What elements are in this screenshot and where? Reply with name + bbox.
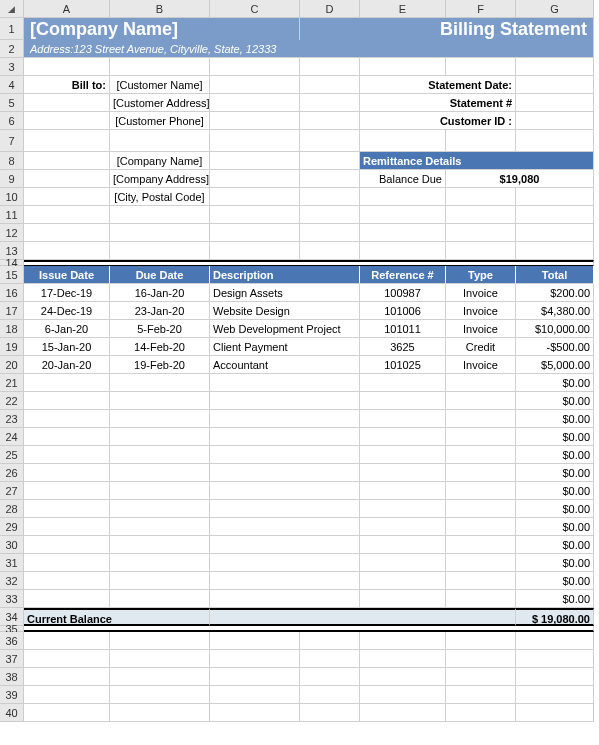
table-row[interactable]: 6-Jan-20 — [24, 320, 110, 338]
balance-due-value[interactable]: $19,080 — [446, 170, 594, 188]
table-row[interactable]: 3625 — [360, 338, 446, 356]
cell[interactable] — [300, 632, 360, 650]
row-header-18[interactable]: 18 — [0, 320, 24, 338]
table-row[interactable]: $4,380.00 — [516, 302, 594, 320]
row-header-26[interactable]: 26 — [0, 464, 24, 482]
table-row[interactable] — [24, 482, 110, 500]
cell[interactable] — [300, 188, 360, 206]
cell[interactable] — [300, 130, 360, 152]
row-header-27[interactable]: 27 — [0, 482, 24, 500]
statement-date-label[interactable]: Statement Date: — [360, 76, 516, 94]
cell[interactable] — [360, 206, 446, 224]
company-name[interactable]: [Company Name] — [24, 18, 300, 40]
cell[interactable] — [24, 242, 110, 260]
row-header-17[interactable]: 17 — [0, 302, 24, 320]
cell[interactable] — [300, 224, 360, 242]
cell[interactable] — [110, 130, 210, 152]
cell[interactable] — [110, 668, 210, 686]
table-row[interactable] — [210, 374, 360, 392]
table-row[interactable] — [24, 446, 110, 464]
table-row[interactable]: $200.00 — [516, 284, 594, 302]
table-row[interactable]: $0.00 — [516, 500, 594, 518]
table-row[interactable]: 5-Feb-20 — [110, 320, 210, 338]
row-header-8[interactable]: 8 — [0, 152, 24, 170]
cell[interactable] — [360, 58, 446, 76]
cell[interactable] — [446, 686, 516, 704]
table-row[interactable] — [210, 446, 360, 464]
cell[interactable] — [300, 206, 360, 224]
cell[interactable] — [210, 668, 300, 686]
table-row[interactable] — [446, 464, 516, 482]
cell[interactable] — [24, 112, 110, 130]
cell[interactable] — [446, 130, 516, 152]
table-row[interactable]: 101006 — [360, 302, 446, 320]
table-row[interactable] — [110, 590, 210, 608]
cell[interactable] — [300, 650, 360, 668]
cell[interactable] — [210, 58, 300, 76]
company-address[interactable]: Address: 123 Street Avenue, Cityville, S… — [24, 40, 594, 58]
table-row[interactable]: 15-Jan-20 — [24, 338, 110, 356]
table-row[interactable]: 19-Feb-20 — [110, 356, 210, 374]
doc-title[interactable]: Billing Statement — [300, 18, 594, 40]
row-header-11[interactable]: 11 — [0, 206, 24, 224]
table-row[interactable] — [24, 464, 110, 482]
statement-date-value[interactable] — [516, 76, 594, 94]
table-row[interactable] — [210, 590, 360, 608]
table-row[interactable] — [110, 428, 210, 446]
table-row[interactable]: Website Design — [210, 302, 360, 320]
table-row[interactable]: $0.00 — [516, 374, 594, 392]
table-row[interactable] — [360, 374, 446, 392]
from-company-address[interactable]: [Company Address] — [110, 170, 210, 188]
table-row[interactable] — [110, 392, 210, 410]
cell[interactable] — [446, 242, 516, 260]
table-row[interactable] — [110, 536, 210, 554]
table-row[interactable] — [24, 572, 110, 590]
cell[interactable] — [446, 650, 516, 668]
col-total[interactable]: Total — [516, 266, 594, 284]
cell[interactable] — [210, 206, 300, 224]
cell[interactable] — [300, 94, 360, 112]
cell[interactable] — [516, 188, 594, 206]
table-row[interactable] — [24, 428, 110, 446]
table-row[interactable]: Client Payment — [210, 338, 360, 356]
cell[interactable] — [210, 608, 516, 626]
cell[interactable] — [24, 170, 110, 188]
cell[interactable] — [210, 188, 300, 206]
cell[interactable] — [516, 704, 594, 722]
cell[interactable] — [24, 130, 110, 152]
cell[interactable] — [210, 94, 300, 112]
table-row[interactable] — [446, 518, 516, 536]
cell[interactable] — [210, 152, 300, 170]
cell[interactable] — [24, 94, 110, 112]
cell[interactable] — [446, 632, 516, 650]
table-row[interactable]: $0.00 — [516, 518, 594, 536]
cell[interactable] — [24, 58, 110, 76]
row-header-3[interactable]: 3 — [0, 58, 24, 76]
row-header-4[interactable]: 4 — [0, 76, 24, 94]
table-row[interactable] — [446, 482, 516, 500]
customer-id-value[interactable] — [516, 112, 594, 130]
row-header-37[interactable]: 37 — [0, 650, 24, 668]
customer-address[interactable]: [Customer Address] — [110, 94, 210, 112]
table-row[interactable] — [210, 500, 360, 518]
table-row[interactable] — [210, 392, 360, 410]
cell[interactable] — [516, 650, 594, 668]
col-header-C[interactable]: C — [210, 0, 300, 18]
from-company-name[interactable]: [Company Name] — [110, 152, 210, 170]
cell[interactable] — [446, 188, 516, 206]
table-row[interactable]: $0.00 — [516, 554, 594, 572]
cell[interactable] — [516, 130, 594, 152]
col-header-F[interactable]: F — [446, 0, 516, 18]
cell[interactable] — [446, 224, 516, 242]
table-row[interactable] — [110, 410, 210, 428]
row-header-40[interactable]: 40 — [0, 704, 24, 722]
cell[interactable] — [210, 76, 300, 94]
table-row[interactable]: 20-Jan-20 — [24, 356, 110, 374]
cell[interactable] — [210, 704, 300, 722]
cell[interactable] — [360, 686, 446, 704]
current-balance-value[interactable]: $ 19,080.00 — [516, 608, 594, 626]
balance-due-label[interactable]: Balance Due — [360, 170, 446, 188]
cell[interactable] — [210, 242, 300, 260]
table-row[interactable] — [360, 518, 446, 536]
row-header-28[interactable]: 28 — [0, 500, 24, 518]
